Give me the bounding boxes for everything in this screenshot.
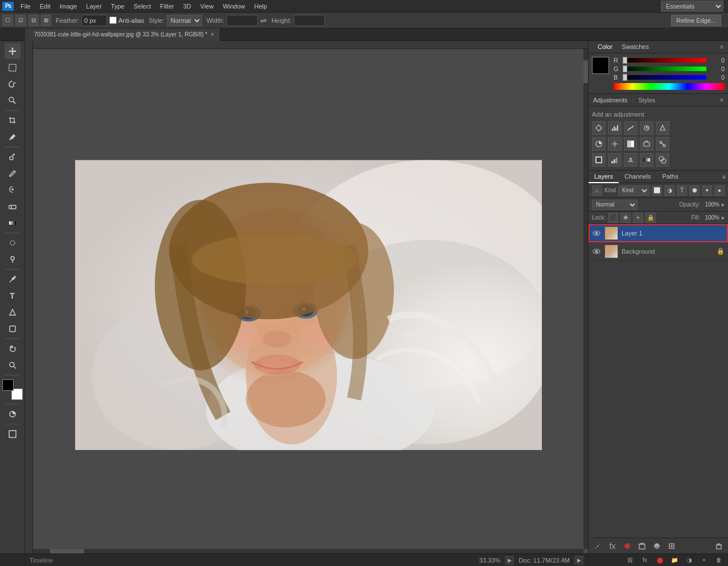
brightness-adj-btn[interactable] — [592, 121, 606, 135]
crop-tool[interactable] — [5, 113, 20, 129]
antialias-checkbox[interactable] — [109, 16, 117, 24]
swatches-panel-tab[interactable]: Swatches — [617, 41, 653, 53]
blend-mode-select[interactable]: Normal — [592, 200, 637, 210]
paths-tab[interactable]: Paths — [657, 171, 684, 183]
spot-heal-tool[interactable] — [5, 149, 20, 165]
status-arrow-btn[interactable]: ▶ — [505, 556, 514, 565]
levels-adj-btn[interactable] — [608, 121, 622, 135]
add-mask-btn[interactable] — [620, 540, 634, 552]
layer-item-layer1[interactable]: Layer 1 — [589, 224, 728, 242]
hscroll-thumb[interactable] — [50, 549, 84, 553]
threshold-adj-btn[interactable] — [624, 153, 637, 167]
color-panel-menu[interactable]: ≡ — [720, 44, 723, 50]
foreground-color-swatch[interactable] — [2, 379, 14, 391]
dodge-tool[interactable] — [5, 251, 20, 267]
shape-tool[interactable] — [5, 321, 20, 337]
photofilter-adj-btn[interactable] — [640, 137, 653, 151]
create-layer-btn[interactable] — [665, 540, 678, 552]
menu-window[interactable]: Window — [218, 0, 249, 13]
link-layers-btn[interactable] — [591, 540, 604, 552]
menu-layer[interactable]: Layer — [81, 0, 106, 13]
clone-tool[interactable] — [5, 182, 20, 198]
lock-position-btn[interactable]: ✥ — [620, 213, 631, 223]
canvas-vscroll[interactable] — [583, 49, 588, 549]
blue-slider[interactable] — [623, 75, 706, 80]
smart-filter-btn[interactable]: ✦ — [702, 185, 712, 196]
add-style-btn[interactable]: fx — [606, 540, 619, 552]
pixel-filter-btn[interactable]: ⬜ — [652, 185, 662, 196]
active-color-display[interactable] — [592, 57, 609, 74]
menu-type[interactable]: Type — [106, 0, 129, 13]
curves-adj-btn[interactable] — [624, 121, 637, 135]
bottom-adj-btn[interactable]: ◑ — [682, 555, 696, 566]
menu-view[interactable]: View — [196, 0, 219, 13]
layers-tab[interactable]: Layers — [589, 171, 619, 183]
exposure-adj-btn[interactable] — [640, 121, 653, 135]
filter-icon[interactable]: ⌕ — [592, 185, 602, 196]
bottom-new-btn[interactable]: + — [697, 555, 711, 566]
menu-file[interactable]: File — [16, 0, 35, 13]
document-tab[interactable]: 7039381-cute-little-girl-hd-wallpaper.jp… — [28, 28, 220, 41]
workspace-select[interactable]: Essentials — [661, 1, 723, 12]
subtract-selection-btn[interactable]: ⊟ — [28, 15, 39, 26]
canvas-hscroll[interactable] — [33, 549, 583, 553]
shape-filter-btn[interactable]: ⬟ — [689, 185, 700, 196]
adjustment-filter-btn[interactable]: ◑ — [664, 185, 674, 196]
text-tool[interactable]: T — [5, 288, 20, 304]
huesat-adj-btn[interactable] — [592, 137, 606, 151]
channelmixer-adj-btn[interactable] — [656, 137, 669, 151]
vibrance-adj-btn[interactable] — [656, 121, 669, 135]
move-tool[interactable] — [5, 43, 20, 59]
status-forward-btn[interactable]: ▶ — [574, 556, 583, 565]
hand-tool[interactable] — [5, 341, 20, 357]
menu-3d[interactable]: 3D — [179, 0, 196, 13]
type-filter-btn[interactable]: T — [677, 185, 687, 196]
refine-edge-button[interactable]: Refine Edge... — [671, 15, 721, 26]
zoom-tool[interactable] — [5, 357, 20, 373]
lock-all-btn[interactable]: + — [633, 213, 643, 223]
quick-select-tool[interactable] — [5, 93, 20, 109]
bottom-mask-btn[interactable]: ⬤ — [653, 555, 667, 566]
marquee-rect-tool[interactable] — [5, 60, 20, 76]
bottom-folder-btn[interactable]: 📁 — [668, 555, 681, 566]
invert-adj-btn[interactable] — [592, 153, 606, 167]
filter-toggle-btn[interactable]: ● — [714, 185, 725, 196]
gradientmap-adj-btn[interactable] — [640, 153, 653, 167]
feather-input[interactable] — [81, 15, 107, 26]
menu-edit[interactable]: Edit — [35, 0, 55, 13]
menu-image[interactable]: Image — [55, 0, 82, 13]
green-slider[interactable] — [623, 67, 706, 71]
background-visibility-toggle[interactable] — [592, 247, 601, 256]
new-selection-btn[interactable]: ☐ — [2, 15, 13, 26]
vscroll-thumb[interactable] — [583, 60, 588, 83]
lock-pixels-btn[interactable]: ⬛ — [608, 213, 618, 223]
opacity-menu[interactable]: ▸ — [722, 201, 725, 208]
add-selection-btn[interactable]: ☑ — [15, 15, 26, 26]
menu-select[interactable]: Select — [129, 0, 156, 13]
channels-tab[interactable]: Channels — [619, 171, 656, 183]
eyedropper-tool[interactable] — [5, 129, 20, 145]
styles-tab[interactable]: Styles — [638, 97, 655, 104]
selectcolor-adj-btn[interactable] — [656, 153, 669, 167]
fill-menu[interactable]: ▸ — [722, 214, 725, 221]
gradient-tool[interactable] — [5, 215, 20, 231]
screen-mode-btn[interactable] — [5, 426, 20, 442]
bw-adj-btn[interactable] — [624, 137, 637, 151]
kind-filter-select[interactable]: Kind — [618, 185, 649, 196]
red-slider[interactable] — [623, 58, 706, 63]
bottom-link-btn[interactable]: ⛓ — [623, 555, 637, 566]
path-select-tool[interactable] — [5, 304, 20, 320]
color-spectrum[interactable] — [614, 83, 725, 90]
blur-tool[interactable] — [5, 235, 20, 251]
create-group-btn[interactable] — [635, 540, 649, 552]
menu-filter[interactable]: Filter — [155, 0, 178, 13]
bottom-trash-btn[interactable]: 🗑 — [712, 555, 726, 566]
adjustments-tab[interactable]: Adjustments — [593, 97, 628, 104]
eraser-tool[interactable] — [5, 199, 20, 214]
height-input[interactable] — [294, 15, 325, 26]
brush-tool[interactable] — [5, 166, 20, 181]
width-input[interactable] — [227, 15, 258, 26]
style-select[interactable]: Normal — [167, 15, 202, 26]
layer-item-background[interactable]: Background 🔒 — [589, 242, 728, 261]
lock-lock-btn[interactable]: 🔒 — [645, 213, 656, 223]
